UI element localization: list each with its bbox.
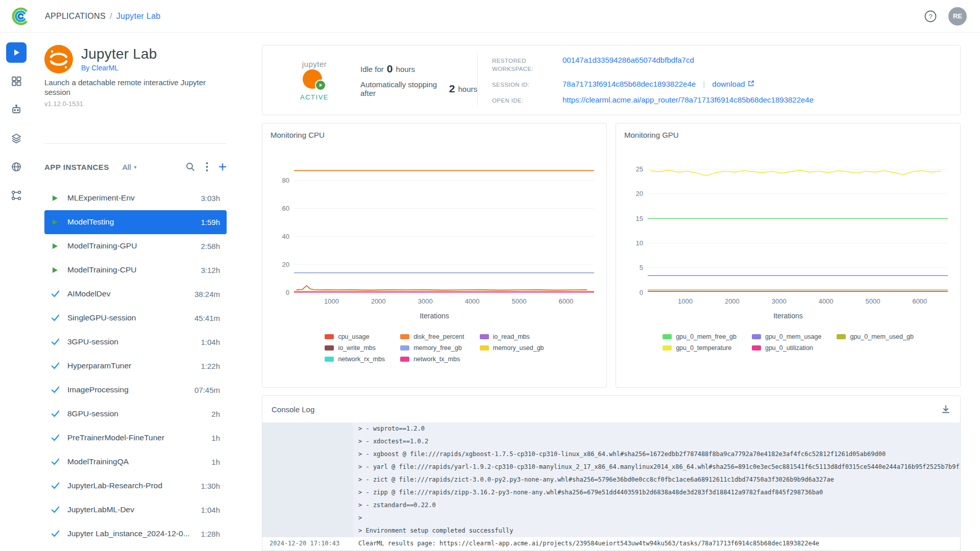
panel-divider — [44, 143, 227, 144]
console-log-output[interactable]: > - wsproto==1.2.0> - xdoctest==1.0.2> -… — [262, 422, 960, 551]
running-play-icon — [51, 194, 61, 202]
cpu-monitoring-card: Monitoring CPU 0204060801000200030004000… — [262, 123, 607, 388]
legend-label: gpu_0_utilization — [765, 344, 813, 352]
legend-item-gpu_0_mem_free_gb[interactable]: gpu_0_mem_free_gb — [663, 333, 737, 340]
running-play-icon — [51, 218, 61, 226]
instance-name: PreTrainerModel-FineTuner — [67, 433, 211, 442]
log-text: > Environment setup completed successful… — [353, 524, 513, 537]
running-play-icon — [51, 242, 61, 250]
instance-row[interactable]: ImageProcessing07:45m — [44, 378, 227, 402]
legend-swatch — [837, 334, 846, 339]
legend-item-cpu_usage[interactable]: cpu_usage — [325, 333, 385, 340]
open-ide-label: OPEN IDE: — [492, 95, 562, 105]
completed-check-icon — [51, 362, 61, 369]
log-row: > - xdoctest==1.0.2 — [262, 435, 960, 448]
instance-row[interactable]: JupyterLabML-Dev1:04h — [44, 498, 227, 522]
breadcrumb-applications[interactable]: APPLICATIONS — [45, 12, 106, 21]
by-clearml-link[interactable]: By ClearML — [81, 64, 118, 72]
instance-row[interactable]: Jupyter Lab_instance_2024-12-0...1:08h — [44, 546, 227, 551]
log-timestamp: 2024-12-20 17:10:43 — [262, 537, 353, 550]
legend-item-io_write_mbs[interactable]: io_write_mbs — [325, 344, 385, 352]
completed-check-icon — [51, 386, 61, 393]
log-row: > - xgboost @ file:///rapids/xgboost-1.7… — [262, 448, 960, 461]
svg-text:20: 20 — [636, 190, 643, 197]
instances-filter-dropdown[interactable]: All ▾ — [122, 163, 137, 171]
instance-name: 3GPU-session — [67, 337, 201, 346]
instance-row[interactable]: Jupyter Lab_instance_2024-12-0...1:28h — [44, 522, 227, 546]
instance-name: AIModelDev — [67, 289, 194, 298]
legend-swatch — [663, 334, 672, 339]
running-play-badge — [315, 80, 326, 91]
legend-item-memory_used_gb[interactable]: memory_used_gb — [480, 344, 544, 352]
rail-item-reports[interactable] — [6, 157, 27, 177]
restored-workspace-link[interactable]: 00147a1d33594286a65074dbfbdfa7cd — [562, 56, 694, 64]
log-row: 2024-12-20 17:10:43ClearML results page:… — [262, 537, 960, 550]
instance-name: ModelTesting — [67, 217, 201, 227]
instance-row[interactable]: SingleGPU-session45:41m — [44, 306, 227, 330]
legend-item-network_tx_mbs[interactable]: network_tx_mbs — [400, 356, 464, 363]
instance-row[interactable]: JupyterLab-Research-Prod1:30h — [44, 474, 227, 498]
jupyter-session-logo: jupyter ACTIVE — [286, 60, 343, 101]
instance-row[interactable]: PreTrainerModel-FineTuner1h — [44, 426, 227, 450]
log-row: > — [262, 512, 960, 524]
instance-name: MLExperiment-Env — [67, 193, 201, 203]
legend-item-gpu_0_utilization[interactable]: gpu_0_utilization — [752, 344, 822, 352]
legend-item-gpu_0_temperature[interactable]: gpu_0_temperature — [663, 344, 737, 352]
svg-text:2000: 2000 — [371, 297, 386, 305]
log-row: > - zict @ file:///rapids/zict-3.0.0-py2… — [262, 473, 960, 486]
rail-item-workers[interactable] — [6, 99, 27, 120]
legend-label: io_read_mbs — [493, 333, 530, 340]
download-log-button[interactable] — [941, 404, 951, 414]
datasets-layers-icon — [11, 133, 22, 144]
session-id-link[interactable]: 78a71713f6914c85b68dec1893822e4e — [562, 80, 696, 88]
instance-row[interactable]: ModelTraining-CPU3:12h — [44, 258, 227, 282]
legend-item-gpu_0_mem_usage[interactable]: gpu_0_mem_usage — [752, 333, 822, 340]
log-timestamp — [262, 486, 353, 499]
legend-swatch — [480, 334, 489, 339]
clearml-logo[interactable] — [7, 6, 34, 27]
legend-label: disk_free_percent — [413, 333, 464, 340]
legend-swatch — [752, 345, 761, 350]
instance-row[interactable]: ModelTraining-GPU2:58h — [44, 234, 227, 258]
add-instance-button[interactable]: + — [218, 161, 227, 173]
kebab-menu-icon[interactable] — [206, 162, 208, 172]
rail-item-projects[interactable] — [6, 71, 27, 91]
legend-swatch — [480, 345, 489, 350]
rail-item-datasets[interactable] — [6, 128, 27, 148]
svg-text:6000: 6000 — [912, 297, 927, 305]
instance-row[interactable]: 8GPU-session2h — [44, 402, 227, 426]
instance-row[interactable]: ModelTesting1:59h — [44, 210, 227, 234]
breadcrumb-current-page: Jupyter Lab — [116, 12, 161, 21]
instance-row[interactable]: ModelTrainingQA1h — [44, 450, 227, 474]
svg-text:15: 15 — [636, 215, 643, 222]
log-row: > Environment setup completed successful… — [262, 524, 960, 537]
legend-item-gpu_0_mem_used_gb[interactable]: gpu_0_mem_used_gb — [837, 333, 913, 340]
avatar[interactable]: RE — [948, 7, 967, 26]
instance-name: HyperparamTuner — [67, 361, 201, 370]
instance-duration: 3:03h — [201, 194, 220, 203]
svg-text:6000: 6000 — [558, 297, 573, 305]
gpu-chart-xlabel: Iterations — [624, 312, 952, 320]
instance-row[interactable]: MLExperiment-Env3:03h — [44, 186, 227, 210]
log-timestamp — [262, 499, 353, 512]
instance-row[interactable]: AIModelDev38:24m — [44, 282, 227, 306]
search-icon[interactable] — [185, 162, 195, 172]
instance-row[interactable]: 3GPU-session1:04h — [44, 330, 227, 354]
legend-label: gpu_0_temperature — [676, 344, 731, 352]
legend-item-io_read_mbs[interactable]: io_read_mbs — [480, 333, 544, 340]
legend-item-disk_free_percent[interactable]: disk_free_percent — [400, 333, 464, 340]
rail-item-pipelines[interactable] — [6, 185, 27, 206]
download-link[interactable]: download — [712, 80, 754, 88]
log-row: > - yarl @ file:///rapids/yarl-1.9.2-cp3… — [262, 461, 960, 473]
instance-row[interactable]: HyperparamTuner1:22h — [44, 354, 227, 378]
rail-item-applications[interactable] — [6, 42, 27, 63]
jupyter-wordmark: jupyter — [302, 60, 327, 68]
instance-duration: 1h — [211, 458, 220, 466]
log-text: > — [353, 512, 362, 524]
instance-name: ModelTraining-CPU — [67, 265, 201, 274]
help-icon[interactable]: ? — [924, 10, 937, 23]
legend-item-memory_free_gb[interactable]: memory_free_gb — [400, 344, 464, 352]
legend-item-network_rx_mbs[interactable]: network_rx_mbs — [325, 356, 385, 363]
field-pipe-divider: | — [703, 80, 705, 88]
open-ide-link[interactable]: https://clearml.acme.ai/app_router/78a71… — [562, 95, 814, 104]
